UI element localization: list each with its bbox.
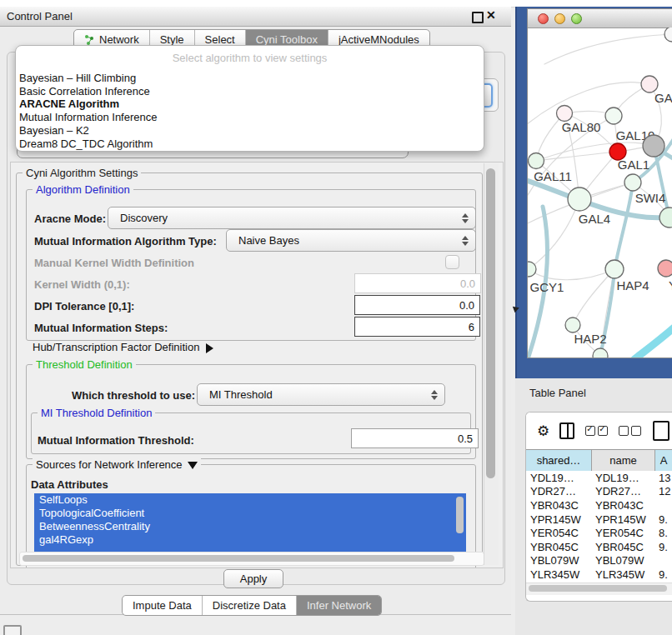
table-hscroll[interactable] <box>529 585 667 592</box>
network-node[interactable] <box>641 76 658 92</box>
network-node[interactable] <box>624 174 641 191</box>
algorithm-option[interactable]: ARACNE Algorithm <box>16 98 484 111</box>
tab-label: Select <box>205 33 235 46</box>
network-edge <box>614 182 633 269</box>
tab-impute-data[interactable]: Impute Data <box>123 596 203 615</box>
algorithm-dropdown-popup: Select algorithm to view settings Bayesi… <box>15 45 484 152</box>
table-cell: YBL079W <box>526 554 592 567</box>
column-header-partial[interactable]: A <box>655 450 672 471</box>
data-attributes-list[interactable]: SelfLoopsTopologicalCoefficientBetweenne… <box>34 493 466 554</box>
attribute-list-scrollbar[interactable] <box>456 497 464 533</box>
table-row[interactable]: YBR043CYBR043C <box>526 498 672 512</box>
algorithm-option[interactable]: Dream8 DC_TDC Algorithm <box>16 138 484 151</box>
bottom-tabs: Impute Data Discretize Data Infer Networ… <box>122 595 382 616</box>
network-node[interactable] <box>643 135 664 157</box>
attribute-item[interactable]: SelfLoops <box>34 493 466 507</box>
close-icon[interactable]: ✕ <box>486 8 496 22</box>
algorithm-option[interactable]: Bayesian – K2 <box>16 124 484 138</box>
mi-algorithm-type-combo[interactable]: Naive Bayes <box>226 229 476 252</box>
network-edge <box>634 324 672 358</box>
tab-infer-network[interactable]: Infer Network <box>297 596 381 615</box>
network-view-window: GALGAL80GAL10GAL1GAL11SWI4GAL4GCY1HAP4YH… <box>527 8 672 358</box>
network-node[interactable] <box>529 153 544 169</box>
manual-kernel-checkbox[interactable] <box>445 255 459 269</box>
mi-threshold-field[interactable]: 0.5 <box>351 428 479 448</box>
zoom-traffic-light-icon[interactable] <box>571 13 582 24</box>
table-row[interactable]: YER054CYER054C8. <box>526 526 672 540</box>
dpi-tolerance-field[interactable]: 0.0 <box>354 295 480 315</box>
control-panel-window: Control Panel ✕ Network Style Select Cyn… <box>0 7 511 615</box>
table-row[interactable]: YDR27…YDR27…12 <box>526 485 672 499</box>
algorithm-option[interactable]: Bayesian – Hill Climbing <box>16 72 484 85</box>
table-row[interactable]: YLR345WYLR345W9. <box>526 568 672 582</box>
table-panel-body: ⚙ shared… name A YDL19…YDL19…13YDR27…YDR… <box>525 412 672 602</box>
network-node[interactable] <box>605 108 622 124</box>
dpi-tolerance-label: DPI Tolerance [0,1]: <box>34 300 134 312</box>
network-node-label: SWI4 <box>635 191 666 205</box>
network-svg[interactable]: GALGAL80GAL10GAL1GAL11SWI4GAL4GCY1HAP4YH… <box>528 28 672 358</box>
deselect-all-icon[interactable] <box>619 426 641 436</box>
sources-toggle[interactable]: Sources for Network Inference <box>33 458 201 471</box>
spinner-icon <box>459 213 472 223</box>
kernel-width-field[interactable]: 0.0 <box>354 273 481 293</box>
group-title: Cyni Algorithm Settings <box>23 167 141 179</box>
table-cell: 13 <box>655 472 672 484</box>
network-node[interactable] <box>658 260 672 277</box>
partial-corner-icon <box>3 625 22 635</box>
network-node-label: HAP4 <box>616 278 649 292</box>
tab-label: Style <box>160 33 184 46</box>
kernel-width-label: Kernel Width (0,1): <box>34 278 130 291</box>
hub-definition-toggle[interactable]: Hub/Transcription Factor Definition <box>33 341 213 353</box>
table-row[interactable]: YDL19…YDL19…13 <box>526 471 672 485</box>
float-window-icon[interactable] <box>472 12 484 23</box>
network-node[interactable] <box>565 318 580 332</box>
network-node[interactable] <box>605 260 624 278</box>
tab-label: Network <box>99 33 139 46</box>
table-cell: YBR043C <box>526 499 592 512</box>
network-node[interactable] <box>557 106 573 122</box>
minimize-traffic-light-icon[interactable] <box>554 13 565 24</box>
table-cell: YER054C <box>526 527 592 539</box>
attribute-item[interactable]: gal4RGexp <box>34 533 466 547</box>
table-row[interactable]: YBL079WYBL079W <box>526 554 672 568</box>
table-body: YDL19…YDL19…13YDR27…YDR27…12YBR043CYBR04… <box>526 471 672 582</box>
attribute-item[interactable]: TopologicalCoefficient <box>34 507 466 520</box>
combo-value: Discovery <box>108 212 459 224</box>
tab-label: Discretize Data <box>213 599 286 612</box>
network-node-label: HAP2 <box>574 332 606 346</box>
tab-label: Infer Network <box>307 599 371 612</box>
which-threshold-combo[interactable]: MI Threshold <box>197 383 445 406</box>
table-cell: 8. <box>655 527 672 539</box>
network-window-titlebar <box>528 9 672 28</box>
table-panel-title: Table Panel <box>529 387 586 399</box>
column-header-name[interactable]: name <box>592 450 655 471</box>
network-edge <box>529 269 614 280</box>
algorithm-option[interactable]: Basic Correlation Inference <box>16 85 484 98</box>
network-node[interactable] <box>593 348 608 358</box>
network-node[interactable] <box>664 28 672 42</box>
gear-icon[interactable]: ⚙ <box>537 422 549 440</box>
network-node[interactable] <box>659 208 672 228</box>
column-header-shared-name[interactable]: shared… <box>526 450 592 471</box>
tab-label: Impute Data <box>133 599 192 612</box>
mi-steps-field[interactable]: 6 <box>354 317 480 337</box>
horizontal-scrollbar[interactable] <box>23 555 454 562</box>
export-table-icon[interactable] <box>653 421 669 441</box>
aracne-mode-combo[interactable]: Discovery <box>108 207 476 229</box>
table-cell: 12 <box>655 485 672 498</box>
table-row[interactable]: YPR145WYPR145W9. <box>526 512 672 527</box>
table-cell: 9. <box>655 568 672 581</box>
close-traffic-light-icon[interactable] <box>538 13 549 24</box>
attribute-item[interactable]: BetweennessCentrality <box>34 520 466 533</box>
tab-discretize-data[interactable]: Discretize Data <box>203 596 297 615</box>
apply-button[interactable]: Apply <box>223 569 283 588</box>
network-node[interactable] <box>568 188 591 211</box>
select-all-icon[interactable] <box>585 426 608 436</box>
algorithm-option[interactable]: Mutual Information Inference <box>16 111 484 124</box>
columns-icon[interactable] <box>559 422 574 439</box>
settings-scrollbar[interactable] <box>486 168 495 478</box>
table-row[interactable]: YBR045CYBR045C9. <box>526 540 672 554</box>
mi-threshold-label: Mutual Information Threshold: <box>38 434 194 447</box>
control-panel-titlebar: Control Panel ✕ <box>0 7 511 27</box>
network-node-label: GAL4 <box>579 212 610 226</box>
